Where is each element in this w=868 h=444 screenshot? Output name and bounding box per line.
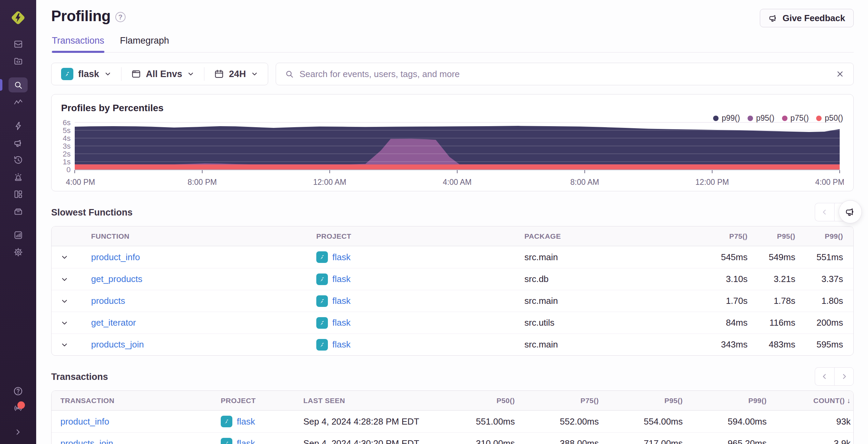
expand-row-button[interactable] bbox=[60, 253, 91, 261]
page-filter-bar: flask All Envs 24H bbox=[51, 63, 268, 85]
percentiles-chart[interactable]: 01s2s3s4s5s6s4:00 PM8:00 PM12:00 AM4:00 … bbox=[61, 118, 844, 188]
project-link[interactable]: flask bbox=[332, 296, 350, 306]
p99-value: 595ms bbox=[795, 339, 843, 350]
legend-dot bbox=[713, 116, 719, 121]
chevron-down-icon bbox=[187, 70, 194, 78]
function-link[interactable]: get_iterator bbox=[91, 317, 136, 328]
project-link[interactable]: flask bbox=[332, 317, 350, 328]
flask-project-icon bbox=[221, 438, 232, 444]
sidebar-item-feedback[interactable] bbox=[0, 134, 36, 151]
search-clear-button[interactable] bbox=[836, 70, 844, 78]
column-header[interactable]: P95() bbox=[748, 232, 795, 240]
expand-row-button[interactable] bbox=[60, 297, 91, 305]
next-page-button[interactable] bbox=[834, 367, 854, 386]
sidebar-item-traces[interactable] bbox=[0, 93, 36, 110]
sidebar bbox=[0, 0, 36, 444]
help-icon[interactable]: ? bbox=[115, 12, 126, 22]
column-header[interactable]: P99() bbox=[795, 232, 843, 240]
column-header[interactable]: P50() bbox=[431, 397, 515, 405]
environment-filter[interactable]: All Envs bbox=[121, 67, 204, 81]
column-header[interactable]: P95() bbox=[599, 397, 683, 405]
p50-value: 310.00ms bbox=[431, 438, 515, 444]
search-input[interactable] bbox=[300, 69, 830, 79]
function-link[interactable]: product_info bbox=[91, 252, 140, 262]
search-icon bbox=[285, 70, 294, 79]
table-header-row: TRANSACTIONPROJECTLAST SEENP50()P75()P95… bbox=[52, 391, 853, 411]
sidebar-item-explore[interactable] bbox=[0, 76, 36, 93]
expand-row-button[interactable] bbox=[60, 341, 91, 349]
expand-row-button[interactable] bbox=[60, 275, 91, 283]
table-row: products_joinflasksrc.main343ms483ms595m… bbox=[52, 334, 853, 355]
column-header[interactable]: PROJECT bbox=[316, 232, 524, 240]
package-cell: src.db bbox=[524, 274, 700, 284]
expand-row-button[interactable] bbox=[60, 319, 91, 327]
x-axis-label: 4:00 PM bbox=[815, 178, 844, 187]
sidebar-item-settings[interactable] bbox=[0, 243, 36, 261]
column-header[interactable]: P75() bbox=[700, 232, 748, 240]
chevron-right-icon bbox=[840, 372, 848, 381]
project-link[interactable]: flask bbox=[332, 252, 350, 263]
p99-value: 200ms bbox=[795, 317, 843, 328]
insights-icon bbox=[13, 121, 23, 131]
date-range-filter[interactable]: 24H bbox=[204, 67, 268, 81]
column-header[interactable]: PROJECT bbox=[221, 397, 303, 405]
column-header[interactable]: P99() bbox=[683, 397, 767, 405]
column-header[interactable]: FUNCTION bbox=[91, 232, 316, 240]
tab-flamegraph[interactable]: Flamegraph bbox=[120, 35, 169, 52]
flask-project-icon bbox=[221, 416, 232, 427]
legend-item-p95[interactable]: p95() bbox=[748, 114, 775, 123]
project-link[interactable]: flask bbox=[237, 416, 255, 427]
sidebar-item-insights[interactable] bbox=[0, 117, 36, 134]
sidebar-item-issues[interactable] bbox=[0, 35, 36, 53]
sidebar-item-projects[interactable] bbox=[0, 53, 36, 70]
project-link[interactable]: flask bbox=[332, 339, 350, 350]
project-cell: flask bbox=[221, 416, 303, 427]
previous-page-button[interactable] bbox=[815, 367, 834, 386]
column-header[interactable]: TRANSACTION bbox=[60, 397, 221, 405]
sidebar-item-whats-new[interactable] bbox=[0, 400, 36, 417]
p75-value: 388.00ms bbox=[515, 438, 599, 444]
sidebar-group bbox=[0, 117, 36, 220]
transactions-table: TRANSACTIONPROJECTLAST SEENP50()P75()P95… bbox=[51, 390, 854, 444]
give-feedback-button[interactable]: Give Feedback bbox=[760, 9, 854, 27]
column-header[interactable]: COUNT()↓ bbox=[767, 397, 851, 405]
project-filter[interactable]: flask bbox=[52, 67, 121, 81]
legend-item-p75[interactable]: p75() bbox=[782, 114, 809, 123]
column-header[interactable]: PACKAGE bbox=[524, 232, 700, 240]
sidebar-item-stats[interactable] bbox=[0, 203, 36, 220]
transaction-link[interactable]: products_join bbox=[60, 438, 113, 444]
tab-transactions[interactable]: Transactions bbox=[52, 35, 104, 52]
column-header[interactable]: LAST SEEN bbox=[303, 397, 431, 405]
sidebar-item-alerts[interactable] bbox=[0, 168, 36, 186]
sidebar-item-replays[interactable] bbox=[0, 151, 36, 168]
page-title: Profiling bbox=[51, 8, 111, 25]
table-row: product_infoflasksrc.main545ms549ms551ms bbox=[52, 246, 853, 268]
search-bar[interactable] bbox=[276, 63, 854, 85]
column-header[interactable]: P75() bbox=[515, 397, 599, 405]
flask-project-icon bbox=[61, 68, 73, 80]
previous-page-button[interactable] bbox=[815, 203, 834, 221]
monitors-icon bbox=[13, 230, 23, 240]
sort-desc-icon: ↓ bbox=[847, 397, 851, 404]
project-cell: flask bbox=[316, 295, 524, 307]
project-link[interactable]: flask bbox=[237, 438, 255, 444]
function-link[interactable]: products bbox=[91, 296, 125, 306]
function-link[interactable]: get_products bbox=[91, 274, 142, 284]
chevron-left-icon bbox=[821, 372, 829, 381]
sidebar-collapse-button[interactable] bbox=[0, 428, 36, 436]
sentry-logo[interactable] bbox=[9, 9, 27, 28]
floating-feedback-button[interactable] bbox=[839, 200, 862, 223]
projects-icon bbox=[13, 56, 23, 66]
slowest-functions-heading: Slowest Functions bbox=[51, 207, 133, 218]
p99-value: 1.80s bbox=[795, 296, 843, 306]
sidebar-item-monitors[interactable] bbox=[0, 226, 36, 243]
sidebar-item-help[interactable] bbox=[0, 383, 36, 400]
legend-item-p99[interactable]: p99() bbox=[713, 114, 740, 123]
project-link[interactable]: flask bbox=[332, 274, 350, 284]
legend-item-p50[interactable]: p50() bbox=[816, 114, 843, 123]
transaction-link[interactable]: product_info bbox=[60, 416, 109, 427]
project-cell: flask bbox=[316, 251, 524, 263]
chart-title: Profiles by Percentiles bbox=[61, 103, 844, 114]
sidebar-item-dashboards[interactable] bbox=[0, 186, 36, 203]
function-link[interactable]: products_join bbox=[91, 339, 144, 350]
